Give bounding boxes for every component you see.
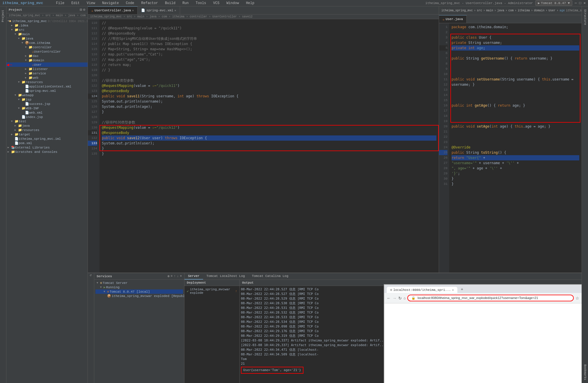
list-item[interactable]: 📄 web.xml <box>6 110 88 115</box>
webinf-icon: 📁 <box>22 106 26 110</box>
list-item[interactable]: ▶ 📁 Scratches and Consoles <box>6 150 88 154</box>
left-code-editor[interactable]: 110111112113114 115116117118119 12012112… <box>88 19 439 273</box>
menu-file[interactable]: File <box>55 1 65 6</box>
list-item[interactable]: ▼ 📁 controller <box>6 45 88 49</box>
services-tool5[interactable]: + <box>180 274 182 278</box>
list-item[interactable]: ▶ 📁 java <box>6 124 88 128</box>
iml-label: itheima_spring_mvc.iml <box>19 137 61 141</box>
tab-userjava[interactable]: ☕ User.java <box>439 15 467 23</box>
menu-window[interactable]: Window <box>225 1 240 6</box>
list-item[interactable]: ▼ 📁 main <box>6 32 88 36</box>
new-tab-button[interactable]: + <box>459 286 466 293</box>
tab-tomcat-catalina-log[interactable]: Tomcat Catalina Log <box>248 273 292 280</box>
appcontext-label: applicationContext.xml <box>29 85 71 88</box>
list-item[interactable]: 📄 spring-mvc.xml <box>6 89 88 93</box>
list-item[interactable]: ▼ 📁 domain <box>6 58 88 62</box>
menu-refactor[interactable]: Refactor <box>140 1 159 6</box>
list-item[interactable]: ▼ 📁 WEB-INF <box>6 106 88 110</box>
forward-button[interactable]: → <box>392 296 397 300</box>
webapp-icon: 📁 <box>18 93 22 97</box>
right-nav-itheima: itheima <box>518 9 530 12</box>
close-icon[interactable]: ✕ <box>584 1 586 5</box>
list-item[interactable]: 📄 success.jsp <box>6 102 88 106</box>
browser-tab-close[interactable]: ✕ <box>452 288 454 292</box>
tab-usercontroller-close[interactable]: ✕ <box>132 9 134 12</box>
list-item[interactable]: ▼ 📁 resources <box>6 80 88 84</box>
appcontext-xml-icon: 📄 <box>25 85 29 88</box>
expand-arrow: ▼ <box>11 120 15 123</box>
bookmark-button[interactable]: ☆ <box>575 296 579 300</box>
minimize-icon[interactable]: ─ <box>575 1 577 5</box>
list-item[interactable]: ▶ 📁 listener <box>6 67 88 71</box>
list-item[interactable]: 📦 itheima_spring_mvcwar exploded [Republ… <box>95 294 183 298</box>
tab-server[interactable]: Server <box>184 273 203 280</box>
bookmarks-tab[interactable]: Bookmarks <box>583 363 587 382</box>
list-item[interactable]: ▼ ■ itheima_spring_mvc D:\IntelliJ IDEA … <box>6 19 88 23</box>
tab-usercontroller[interactable]: ☕ UserController.java ✕ <box>88 6 138 14</box>
list-item[interactable]: 📄 pom.xml <box>6 141 88 145</box>
list-item[interactable]: ▶ 📁 dao <box>6 54 88 58</box>
list-item[interactable]: ▼ ▶ Running <box>95 285 183 289</box>
java-label: java <box>26 37 33 40</box>
tab-springmvc[interactable]: 📄 spring-mvc.xml ✕ <box>138 6 180 14</box>
services-tool1[interactable]: ⊕ <box>168 274 170 278</box>
services-tool4[interactable]: ↓ <box>177 274 179 278</box>
list-item[interactable]: ▼ 📁 test <box>6 119 88 124</box>
list-item[interactable]: ▼ 📦 com.itheima <box>6 41 88 45</box>
collapse-all-icon[interactable]: ⊟ <box>80 8 82 12</box>
list-item[interactable]: ▼ 📁 jsp <box>6 97 88 102</box>
list-item[interactable]: ▶ 📁 resources <box>6 128 88 132</box>
pomxml-icon: 📄 <box>15 141 19 145</box>
list-item[interactable]: ☕ UserController <box>6 49 88 54</box>
menu-vcs[interactable]: VCS <box>212 1 221 6</box>
menu-build[interactable]: Build <box>164 1 177 6</box>
right-code-editor[interactable]: 1234 5 678910 11121314 15161718 19202122… <box>439 23 582 273</box>
user-tree-item[interactable]: ☕ User ◀─ <box>6 62 88 67</box>
listener-label: listener <box>33 67 48 71</box>
menu-tools[interactable]: Tools <box>195 1 207 6</box>
menu-run[interactable]: Run <box>181 1 190 6</box>
menu-navigate[interactable]: Navigate <box>101 1 120 6</box>
refresh-icon[interactable]: ↻ <box>89 274 93 276</box>
list-item[interactable]: ▼ 📁 src <box>6 28 88 32</box>
list-item[interactable]: ✔ itheima_spring_mvcwar explode ↑ <box>186 287 238 295</box>
right-nav-age: age <box>559 9 565 12</box>
list-item[interactable]: ▶ 📁 target <box>6 132 88 137</box>
settings-icon[interactable]: ⚙ <box>83 8 85 12</box>
tab-tomcat-localhost-log[interactable]: Tomcat Localhost Log <box>203 273 248 280</box>
tab-springmvc-close[interactable]: ✕ <box>175 9 176 12</box>
menu-list[interactable]: File Edit View Navigate Code Refactor Bu… <box>55 1 255 6</box>
list-item[interactable]: ▶ 📁 web <box>6 76 88 80</box>
back-button[interactable]: ← <box>387 296 391 300</box>
refresh-button[interactable]: ↻ <box>398 296 402 300</box>
deployment-label: Deployment <box>184 280 239 286</box>
browser-tab-active[interactable]: ⚙ localhost:8080/itheima_spri... ✕ <box>387 287 457 293</box>
menu-help[interactable]: Help <box>245 1 255 6</box>
services-tool3[interactable]: ↑ <box>174 274 176 278</box>
maximize-icon[interactable]: □ <box>579 1 581 5</box>
services-tool2[interactable]: ≡ <box>171 274 173 278</box>
structure-tab[interactable]: Structure <box>583 8 587 27</box>
republish-icon[interactable]: ↑ <box>235 289 237 293</box>
list-item[interactable]: ▶ 📚 External Libraries <box>6 145 88 150</box>
list-item[interactable]: 📄 applicationContext.xml <box>6 84 88 89</box>
list-item[interactable]: ▼ 📁 java <box>6 36 88 41</box>
list-item[interactable]: 📄 itheima_spring_mvc.iml <box>6 137 88 141</box>
menu-edit[interactable]: Edit <box>70 1 81 6</box>
app-icon: itheima_spring_mvc <box>2 1 43 5</box>
tomcat-run-button[interactable]: ▶ Tomcat 8.0.47 ▼ <box>535 0 573 6</box>
menu-view[interactable]: View <box>86 1 96 6</box>
tomcat-local-item[interactable]: ▼ ⚙ Tomcat 8.0.47 [local] <box>95 289 183 294</box>
list-item[interactable]: ▼ ⚙ Tomcat Server <box>95 281 183 285</box>
expand-arrow: ▼ <box>22 42 25 44</box>
list-item[interactable]: ▶ 📁 service <box>6 71 88 76</box>
home-button[interactable]: ⌂ <box>404 296 406 300</box>
expand-arrow: ▼ <box>100 286 104 289</box>
menu-code[interactable]: Code <box>125 1 135 6</box>
list-item[interactable]: 📄 index.jsp <box>6 115 88 119</box>
list-item[interactable]: ▶ 📁 .idea <box>6 23 88 28</box>
expand-arrow: ▼ <box>18 37 22 40</box>
list-item[interactable]: ▼ 📁 webapp <box>6 93 88 97</box>
browser-address-bar[interactable]: 🔒 localhost:8080/itheima_spring_mvc_war_… <box>407 295 574 301</box>
project-tab[interactable]: Project <box>1 8 5 24</box>
